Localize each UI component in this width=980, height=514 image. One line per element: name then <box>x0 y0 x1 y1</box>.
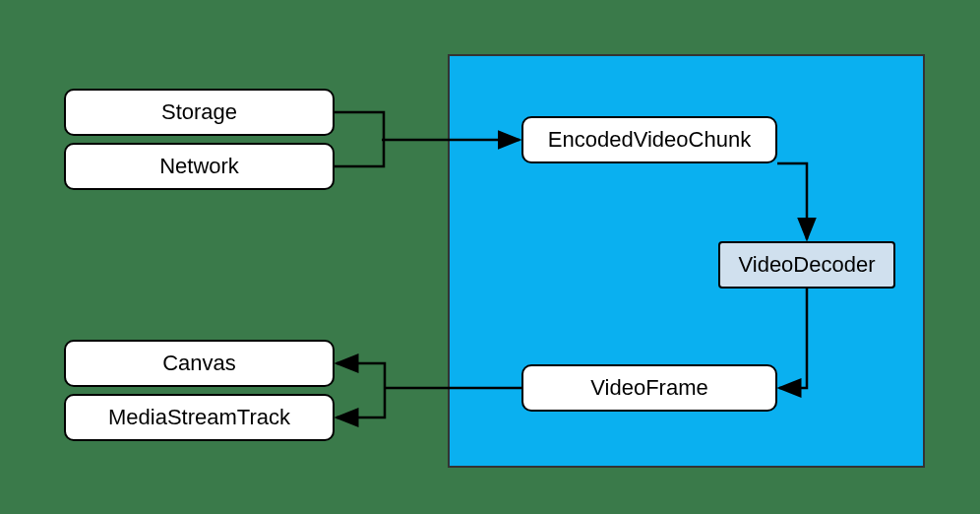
node-mst-label: MediaStreamTrack <box>108 405 290 430</box>
edge-fork-to-mst <box>337 388 385 418</box>
node-video-decoder: VideoDecoder <box>718 241 895 289</box>
node-mst: MediaStreamTrack <box>64 394 335 441</box>
node-encoded-chunk-label: EncodedVideoChunk <box>548 127 751 153</box>
node-canvas-label: Canvas <box>162 351 236 376</box>
node-video-frame: VideoFrame <box>521 364 777 412</box>
node-network-label: Network <box>159 154 239 179</box>
node-encoded-chunk: EncodedVideoChunk <box>521 116 777 163</box>
node-network: Network <box>64 143 335 190</box>
node-storage-label: Storage <box>161 99 237 125</box>
edge-storage-join <box>335 112 384 140</box>
node-canvas: Canvas <box>64 340 335 387</box>
edge-fork-to-canvas <box>337 363 385 388</box>
node-storage: Storage <box>64 89 335 136</box>
edge-network-join <box>335 140 384 166</box>
node-video-decoder-label: VideoDecoder <box>738 252 875 278</box>
node-video-frame-label: VideoFrame <box>590 375 707 401</box>
